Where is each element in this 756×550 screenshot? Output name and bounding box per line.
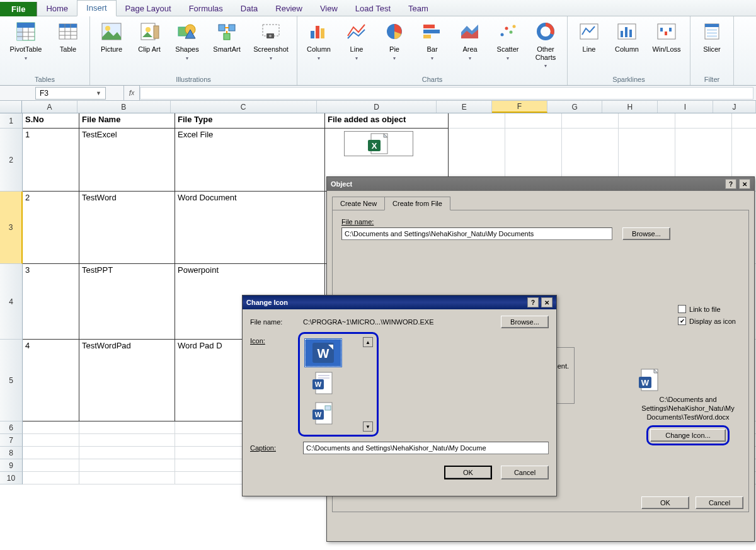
spark-winloss-button[interactable]: Win/Loss bbox=[647, 18, 686, 70]
tab-create-new[interactable]: Create New bbox=[332, 197, 385, 210]
col-header-J[interactable]: J bbox=[713, 101, 756, 113]
tab-team[interactable]: Team bbox=[399, 1, 437, 16]
link-to-file-checkbox[interactable]: Link to file bbox=[678, 305, 736, 313]
display-as-icon-checkbox[interactable]: ✔Display as icon bbox=[678, 317, 736, 325]
object-dialog-titlebar[interactable]: Object ? ✕ bbox=[327, 177, 754, 191]
row-header-2[interactable]: 2 bbox=[0, 129, 23, 192]
shapes-button[interactable]: Shapes▾ bbox=[169, 18, 205, 70]
cell-J1[interactable] bbox=[732, 113, 756, 129]
tab-create-from-file[interactable]: Create from File bbox=[384, 197, 450, 210]
tab-home[interactable]: Home bbox=[37, 1, 77, 16]
cell-B1[interactable]: File Name bbox=[79, 113, 175, 129]
col-header-A[interactable]: A bbox=[22, 101, 77, 113]
chart-bar-button[interactable]: Bar▾ bbox=[415, 18, 450, 70]
tab-formulas[interactable]: Formulas bbox=[180, 1, 232, 16]
chart-area-button[interactable]: Area▾ bbox=[452, 18, 488, 70]
cell-A10[interactable] bbox=[23, 472, 79, 484]
cell-C1[interactable]: File Type bbox=[175, 113, 325, 129]
close-icon[interactable]: ✕ bbox=[541, 297, 553, 307]
icon-list[interactable]: W W W bbox=[303, 337, 363, 432]
ci-ok-button[interactable]: OK bbox=[444, 466, 492, 479]
chart-line-button[interactable]: Line▾ bbox=[339, 18, 374, 70]
row-header-4[interactable]: 4 bbox=[0, 264, 23, 340]
tab-insert[interactable]: Insert bbox=[77, 0, 117, 16]
tab-file[interactable]: File bbox=[0, 2, 37, 16]
object-cancel-button[interactable]: Cancel bbox=[696, 496, 743, 509]
cell-A4[interactable]: 3 bbox=[23, 264, 79, 340]
cell-G1[interactable] bbox=[562, 113, 619, 129]
file-name-input[interactable] bbox=[341, 227, 612, 240]
cell-A9[interactable] bbox=[23, 459, 79, 472]
cell-A8[interactable] bbox=[23, 447, 79, 459]
row-header-9[interactable]: 9 bbox=[0, 459, 23, 472]
embedded-object[interactable]: X bbox=[344, 131, 413, 156]
cell-B10[interactable] bbox=[79, 472, 175, 484]
chart-scatter-button[interactable]: Scatter▾ bbox=[490, 18, 525, 70]
smartart-button[interactable]: SmartArt bbox=[207, 18, 246, 70]
icon-option-2[interactable]: W bbox=[304, 369, 342, 398]
ci-browse-button[interactable]: Browse... bbox=[501, 316, 549, 328]
close-icon[interactable]: ✕ bbox=[739, 179, 750, 189]
col-header-I[interactable]: I bbox=[658, 101, 713, 113]
row-header-7[interactable]: 7 bbox=[0, 434, 23, 447]
help-icon[interactable]: ? bbox=[527, 297, 539, 307]
cell-D1[interactable]: File added as object bbox=[325, 113, 449, 129]
cell-C2[interactable]: Excel File bbox=[175, 129, 325, 192]
tab-load test[interactable]: Load Test bbox=[346, 1, 399, 16]
cell-E1[interactable] bbox=[449, 113, 505, 129]
cell-A5[interactable]: 4 bbox=[23, 340, 79, 421]
row-header-10[interactable]: 10 bbox=[0, 472, 23, 484]
picture-button[interactable]: Picture bbox=[94, 18, 129, 70]
col-header-E[interactable]: E bbox=[437, 101, 492, 113]
cell-A2[interactable]: 1 bbox=[23, 129, 79, 192]
formula-input[interactable] bbox=[140, 87, 753, 100]
col-header-G[interactable]: G bbox=[547, 101, 603, 113]
cell-B9[interactable] bbox=[79, 459, 175, 472]
clipart-button[interactable]: Clip Art bbox=[132, 18, 167, 70]
cell-H1[interactable] bbox=[619, 113, 675, 129]
row-header-3[interactable]: 3 bbox=[0, 192, 23, 264]
icon-option-3[interactable]: W bbox=[304, 399, 342, 428]
cell-A6[interactable] bbox=[23, 421, 79, 434]
cell-B2[interactable]: TestExcel bbox=[79, 129, 175, 192]
slicer-button[interactable]: Slicer bbox=[694, 18, 730, 70]
pivottable-button[interactable]: PivotTable▾ bbox=[4, 18, 48, 70]
ci-cancel-button[interactable]: Cancel bbox=[501, 466, 549, 479]
cell-B8[interactable] bbox=[79, 447, 175, 459]
cell-B7[interactable] bbox=[79, 434, 175, 447]
tab-page layout[interactable]: Page Layout bbox=[117, 1, 180, 16]
scroll-up-icon[interactable]: ▲ bbox=[363, 337, 373, 347]
scroll-down-icon[interactable]: ▼ bbox=[363, 421, 373, 432]
spark-line-button[interactable]: Line bbox=[571, 18, 607, 70]
tab-view[interactable]: View bbox=[311, 1, 346, 16]
cell-A3[interactable]: 2 bbox=[23, 192, 79, 264]
col-header-C[interactable]: C bbox=[171, 101, 317, 113]
cell-A1[interactable]: S.No bbox=[23, 113, 79, 129]
screenshot-button[interactable]: Screenshot▾ bbox=[249, 18, 293, 70]
row-header-8[interactable]: 8 bbox=[0, 447, 23, 459]
spark-column-button[interactable]: Column bbox=[609, 18, 644, 70]
col-header-F[interactable]: F bbox=[492, 101, 547, 113]
change-icon-button[interactable]: Change Icon... bbox=[650, 429, 726, 442]
tab-data[interactable]: Data bbox=[232, 1, 266, 16]
chart-column-button[interactable]: Column▾ bbox=[301, 18, 336, 70]
cell-C3[interactable]: Word Document bbox=[175, 192, 325, 264]
help-icon[interactable]: ? bbox=[725, 179, 736, 189]
row-header-6[interactable]: 6 bbox=[0, 421, 23, 434]
col-header-H[interactable]: H bbox=[602, 101, 658, 113]
cell-A7[interactable] bbox=[23, 434, 79, 447]
cell-B6[interactable] bbox=[79, 421, 175, 434]
chevron-down-icon[interactable]: ▼ bbox=[96, 90, 101, 96]
col-header-D[interactable]: D bbox=[317, 101, 437, 113]
name-box[interactable]: F3▼ bbox=[35, 87, 106, 100]
row-header-1[interactable]: 1 bbox=[0, 113, 23, 129]
ci-caption-input[interactable] bbox=[303, 442, 549, 454]
tab-review[interactable]: Review bbox=[266, 1, 311, 16]
chart-other-button[interactable]: Other Charts▾ bbox=[528, 18, 563, 70]
row-header-5[interactable]: 5 bbox=[0, 340, 23, 421]
chart-pie-button[interactable]: Pie▾ bbox=[377, 18, 412, 70]
icon-option-1[interactable]: W bbox=[304, 338, 342, 367]
browse-button[interactable]: Browse... bbox=[622, 227, 670, 240]
select-all-corner[interactable] bbox=[0, 101, 22, 113]
cell-I1[interactable] bbox=[675, 113, 732, 129]
